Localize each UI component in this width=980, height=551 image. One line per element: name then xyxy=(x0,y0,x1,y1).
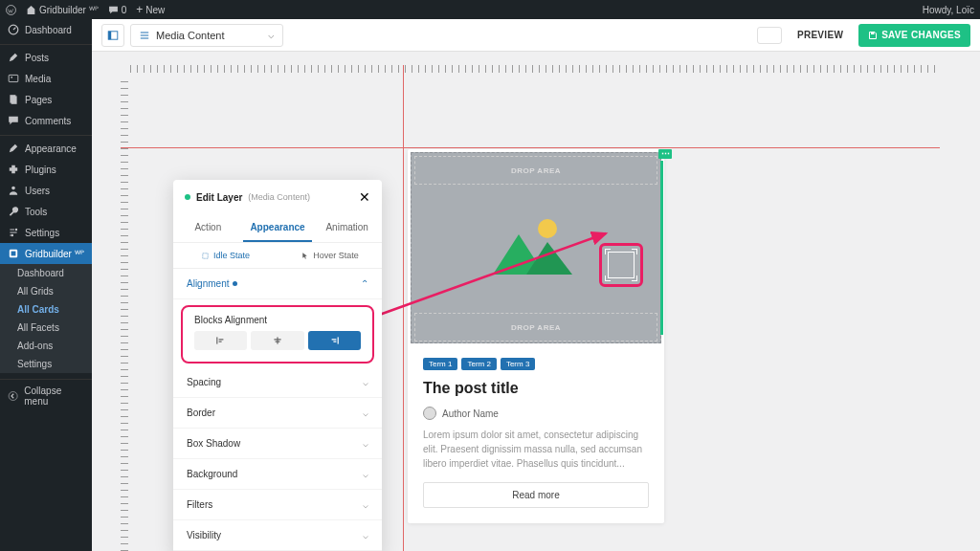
collapse-menu[interactable]: Collapse menu xyxy=(0,379,92,412)
sidebar-item-users[interactable]: Users xyxy=(0,180,92,201)
chevron-down-icon: ⌵ xyxy=(363,438,368,449)
svg-point-3 xyxy=(11,77,12,78)
svg-point-0 xyxy=(7,5,16,14)
svg-rect-5 xyxy=(11,96,17,103)
chevron-down-icon: ⌵ xyxy=(363,377,368,387)
sidebar-item-comments[interactable]: Comments xyxy=(0,110,92,131)
chevron-down-icon: ⌵ xyxy=(363,469,368,479)
wp-sidebar: Dashboard Posts Media Pages Comments App… xyxy=(0,19,92,551)
builder-canvas[interactable]: ⋯ DROP AREA xyxy=(92,52,980,551)
blocks-alignment-label: Blocks Alignment xyxy=(194,315,361,325)
chevron-up-icon: ⌃ xyxy=(361,278,368,289)
svg-point-8 xyxy=(11,234,13,236)
submenu-all-facets[interactable]: All Facets xyxy=(0,319,92,337)
align-right-button[interactable] xyxy=(308,331,361,350)
panel-subtitle: (Media Content) xyxy=(248,192,310,202)
svg-point-15 xyxy=(538,219,557,238)
sidebar-item-media[interactable]: Media xyxy=(0,68,92,89)
read-more-button[interactable]: Read more xyxy=(423,482,649,508)
submenu-all-cards[interactable]: All Cards xyxy=(0,300,92,319)
sidebar-item-pages[interactable]: Pages xyxy=(0,89,92,110)
card-body: Term 1 Term 2 Term 3 The post title Auth… xyxy=(408,346,664,523)
submenu-settings[interactable]: Settings xyxy=(0,355,92,373)
submenu-dashboard[interactable]: Dashboard xyxy=(0,264,92,282)
post-terms: Term 1 Term 2 Term 3 xyxy=(423,358,649,370)
drop-area-bottom[interactable]: DROP AREA xyxy=(414,313,657,342)
author-row: Author Name xyxy=(423,407,649,420)
save-changes-button[interactable]: SAVE CHANGES xyxy=(858,24,970,47)
wp-logo-icon[interactable] xyxy=(6,5,16,15)
state-tabs: Idle State Hover State xyxy=(173,243,382,269)
svg-rect-13 xyxy=(108,31,111,38)
subtab-hover[interactable]: Hover State xyxy=(278,243,382,268)
term-badge[interactable]: Term 2 xyxy=(461,358,496,370)
section-boxshadow[interactable]: Box Shadow⌵ xyxy=(173,429,382,459)
svg-rect-2 xyxy=(9,75,18,81)
new-content[interactable]: +New xyxy=(136,3,165,16)
submenu-all-grids[interactable]: All Grids xyxy=(0,282,92,300)
section-spacing[interactable]: Spacing⌵ xyxy=(173,367,382,398)
svg-rect-17 xyxy=(203,253,208,257)
wp-admin-bar: Gridbuilder ᵂᴾ 0 +New Howdy, Loïc xyxy=(0,0,980,19)
term-badge[interactable]: Term 3 xyxy=(501,358,535,370)
post-excerpt: Lorem ipsum dolor sit amet, consectetur … xyxy=(423,428,649,471)
tab-action[interactable]: Action xyxy=(173,214,243,242)
panel-toggle-icon[interactable] xyxy=(101,24,124,47)
media-layer[interactable]: ⋯ DROP AREA xyxy=(411,152,661,343)
chevron-down-icon: ⌵ xyxy=(268,29,275,41)
user-greeting[interactable]: Howdy, Loïc xyxy=(923,5,974,15)
guide-vertical xyxy=(403,65,404,551)
panel-body[interactable]: Alignment ⌃ Blocks Alignment Spacing⌵ Bo… xyxy=(173,269,382,551)
sidebar-item-tools[interactable]: Tools xyxy=(0,201,92,222)
status-dot-icon xyxy=(185,194,190,200)
section-alignment[interactable]: Alignment ⌃ xyxy=(173,269,382,299)
term-badge[interactable]: Term 1 xyxy=(423,358,457,370)
svg-point-6 xyxy=(11,187,15,190)
svg-rect-20 xyxy=(338,337,339,343)
ruler-horizontal xyxy=(130,65,940,73)
sidebar-item-dashboard[interactable]: Dashboard xyxy=(0,19,92,40)
align-left-button[interactable] xyxy=(194,331,247,350)
layer-selector[interactable]: Media Content ⌵ xyxy=(130,24,283,47)
section-visibility[interactable]: Visibility⌵ xyxy=(173,520,382,551)
card-preview: ⋯ DROP AREA xyxy=(408,149,664,523)
save-icon xyxy=(868,31,878,40)
sidebar-item-settings[interactable]: Settings xyxy=(0,222,92,243)
sidebar-item-plugins[interactable]: Plugins xyxy=(0,159,92,180)
section-background[interactable]: Background⌵ xyxy=(173,459,382,490)
tab-appearance[interactable]: Appearance xyxy=(243,214,313,242)
chevron-down-icon: ⌵ xyxy=(363,499,368,510)
sidebar-item-gridbuilder[interactable]: Gridbuilder ᵂᴾ xyxy=(0,243,92,264)
section-border[interactable]: Border⌵ xyxy=(173,398,382,429)
submenu-addons[interactable]: Add-ons xyxy=(0,337,92,355)
alignment-indicator-highlight xyxy=(599,243,643,287)
chevron-down-icon: ⌵ xyxy=(363,530,368,540)
align-center-button[interactable] xyxy=(251,331,303,350)
svg-rect-10 xyxy=(11,252,16,256)
preview-button[interactable]: PREVIEW xyxy=(788,24,853,47)
svg-rect-19 xyxy=(277,337,278,343)
panel-title: Edit Layer xyxy=(196,192,242,203)
close-icon[interactable]: ✕ xyxy=(359,189,370,205)
toggle-switch[interactable] xyxy=(757,27,782,44)
image-placeholder-icon xyxy=(488,215,584,282)
chevron-down-icon: ⌵ xyxy=(363,408,368,418)
svg-point-7 xyxy=(15,229,17,231)
modified-dot-icon xyxy=(233,281,237,286)
resize-handle[interactable] xyxy=(660,161,663,335)
site-name[interactable]: Gridbuilder ᵂᴾ xyxy=(26,5,99,15)
sidebar-item-appearance[interactable]: Appearance xyxy=(0,135,92,159)
edit-layer-panel: Edit Layer (Media Content) ✕ Action Appe… xyxy=(173,180,382,551)
gridbuilder-submenu: Dashboard All Grids All Cards All Facets… xyxy=(0,264,92,373)
subtab-idle[interactable]: Idle State xyxy=(173,243,278,268)
alignment-options xyxy=(194,331,361,350)
section-filters[interactable]: Filters⌵ xyxy=(173,490,382,520)
comments-count[interactable]: 0 xyxy=(108,5,127,15)
tab-animation[interactable]: Animation xyxy=(312,214,382,242)
panel-tabs: Action Appearance Animation xyxy=(173,214,382,243)
sidebar-item-posts[interactable]: Posts xyxy=(0,44,92,68)
svg-point-11 xyxy=(9,391,17,400)
drop-area-top[interactable]: DROP AREA xyxy=(414,156,657,185)
avatar xyxy=(423,407,436,420)
layer-actions-handle[interactable]: ⋯ xyxy=(658,149,672,159)
